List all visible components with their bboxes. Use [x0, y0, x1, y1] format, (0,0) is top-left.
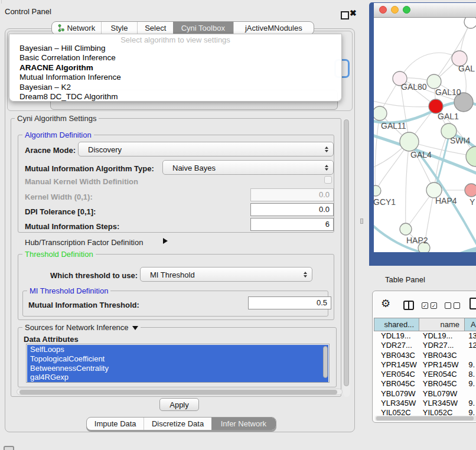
mi-threshold-definition-title: MI Threshold Definition — [27, 286, 110, 295]
network-node-label: Y — [470, 197, 475, 207]
data-attribute-item[interactable]: SelfLoops — [27, 345, 328, 354]
apply-button[interactable]: Apply — [159, 398, 199, 411]
table-row[interactable]: YER054CYER054C8. — [374, 370, 476, 379]
minimize-window-icon[interactable] — [391, 6, 399, 14]
algorithm-option[interactable]: Mutual Information Inference — [11, 73, 340, 82]
network-node[interactable] — [466, 146, 476, 167]
tab-infer-network[interactable]: Infer Network — [211, 418, 276, 430]
table-cell: YIL052C — [374, 408, 419, 415]
table-cell: YER054C — [419, 370, 464, 379]
network-node[interactable] — [400, 132, 419, 151]
zoom-window-icon[interactable] — [403, 6, 410, 14]
table-row[interactable]: YDR27...YDR27...12 — [374, 341, 476, 350]
column-header-partial[interactable]: A — [465, 318, 476, 331]
network-node[interactable] — [465, 184, 476, 197]
data-attribute-item[interactable]: BetweennessCentrality — [27, 364, 328, 373]
network-node[interactable] — [374, 106, 387, 120]
table-row[interactable]: YLR345WYLR345W9. — [374, 399, 476, 408]
bottom-corner-grip[interactable] — [4, 446, 14, 450]
which-threshold-combobox[interactable]: MI Threshold — [140, 267, 312, 282]
column-header-shared-name[interactable]: shared... — [374, 318, 419, 331]
table-cell — [463, 351, 476, 360]
mi-steps-field[interactable]: 6 — [250, 218, 334, 231]
table-cell: 8. — [463, 370, 476, 379]
algorithm-option[interactable]: Dream8 DC_TDC Algorithm — [11, 92, 340, 102]
table-body[interactable]: YDL19...YDL19...13YDR27...YDR27...12YBR0… — [374, 331, 476, 415]
tab-jactivemnodules[interactable]: jActiveMNodules — [233, 22, 314, 34]
network-node[interactable] — [464, 18, 476, 28]
network-node[interactable] — [400, 223, 412, 235]
list-scrollbar-thumb[interactable] — [323, 346, 328, 378]
mi-threshold-field[interactable]: 0.5 — [248, 296, 331, 309]
table-row[interactable]: YBL079WYBL079W — [374, 389, 476, 399]
tab-impute-data[interactable]: Impute Data — [87, 418, 144, 430]
table-cell: YLR345W — [374, 399, 419, 408]
kernel-width-field[interactable]: 0.0 — [250, 188, 334, 201]
network-node-label: HAP4 — [435, 196, 457, 206]
table-row[interactable]: YIL052CYIL052C9. — [374, 408, 476, 415]
data-attribute-item[interactable]: TopologicalCoefficient — [27, 354, 328, 364]
network-graph[interactable]: GALGAL80GAL10GAL1GAL11SWI4GAL4GCY1HAP4YH… — [374, 18, 476, 252]
close-panel-icon[interactable]: ✖ — [350, 8, 357, 18]
table-row[interactable]: YBR043CYBR043C — [374, 351, 476, 360]
table-cell: YBL079W — [374, 389, 419, 399]
table-cell: 12 — [463, 341, 476, 350]
algorithm-option[interactable]: ARACNE Algorithm — [11, 63, 340, 73]
expand-arrow-icon[interactable] — [163, 238, 168, 244]
table-cell: 9. — [463, 399, 476, 408]
table-cell: YIL052C — [419, 408, 464, 415]
deselect-all-columns-icon[interactable] — [445, 302, 460, 309]
mi-threshold-label: Mutual Information Threshold: — [28, 301, 139, 309]
network-edge-highlighted[interactable] — [457, 249, 476, 252]
table-cell: YBR045C — [419, 379, 464, 389]
network-edge[interactable] — [375, 113, 380, 191]
algorithm-dropdown[interactable]: Select algorithm to view settings Bayesi… — [9, 34, 342, 102]
app-root: Control Panel ✖ Network Style Select Cyn… — [0, 0, 476, 450]
tab-cyni-toolbox[interactable]: Cyni Toolbox — [173, 22, 233, 34]
table-horizontal-scrollbar[interactable] — [375, 416, 476, 421]
table-row[interactable]: YBR045CYBR045C9. — [374, 379, 476, 389]
split-columns-icon[interactable] — [403, 301, 414, 310]
table-cell: YBL079W — [419, 389, 464, 399]
select-all-columns-icon[interactable]: ✓✓ — [422, 302, 437, 309]
network-node[interactable] — [427, 74, 441, 89]
column-header-name[interactable]: name — [419, 318, 465, 331]
close-window-icon[interactable] — [379, 6, 387, 14]
data-attribute-item[interactable]: gal4RGexp — [27, 373, 328, 382]
network-edge[interactable] — [406, 142, 409, 229]
tab-network-label: Network — [67, 24, 95, 32]
network-canvas[interactable]: GALGAL80GAL10GAL1GAL11SWI4GAL4GCY1HAP4YH… — [374, 18, 476, 252]
manual-kernel-width-checkbox[interactable] — [324, 176, 332, 184]
which-threshold-label: Which threshold to use: — [50, 271, 138, 280]
settings-vertical-scrollbar-thumb[interactable] — [344, 119, 349, 386]
panel-splitter-grip[interactable] — [360, 219, 363, 224]
network-edge[interactable] — [374, 100, 436, 107]
float-window-icon[interactable] — [341, 11, 349, 19]
tab-discretize-data[interactable]: Discretize Data — [144, 418, 211, 430]
cyni-settings-group-title: Cyni Algorithm Settings — [15, 114, 99, 123]
collapse-arrow-icon[interactable] — [132, 326, 138, 330]
algorithm-option[interactable]: Bayesian – Hill Climbing — [11, 44, 340, 53]
table-horizontal-scrollbar-thumb[interactable] — [376, 416, 474, 420]
tab-select[interactable]: Select — [137, 22, 173, 34]
dropdown-placeholder: Select algorithm to view settings — [9, 35, 341, 44]
data-attributes-list[interactable]: SelfLoopsTopologicalCoefficientBetweenne… — [26, 344, 330, 383]
settings-horizontal-scrollbar-thumb[interactable] — [19, 390, 337, 394]
mi-algorithm-type-combobox[interactable]: Naive Bayes — [162, 160, 334, 175]
tab-style[interactable]: Style — [101, 22, 138, 34]
table-settings-gear-icon[interactable]: ⚙ — [381, 298, 390, 309]
table-cell: YDR27... — [374, 341, 419, 350]
tab-network[interactable]: Network — [52, 22, 101, 34]
algorithm-option[interactable]: Basic Correlation Inference — [11, 53, 340, 63]
network-node[interactable] — [374, 185, 381, 196]
table-row[interactable]: YPR145WYPR145W9. — [374, 360, 476, 370]
algorithm-option[interactable]: Bayesian – K2 — [11, 83, 340, 92]
dpi-tolerance-field[interactable]: 0.0 — [250, 203, 334, 216]
network-window-titlebar[interactable] — [374, 3, 476, 18]
table-row[interactable]: YDL19...YDL19...13 — [374, 331, 476, 341]
aracne-mode-value: Discovery — [88, 145, 122, 154]
network-window: GALGAL80GAL10GAL1GAL11SWI4GAL4GCY1HAP4YH… — [369, 2, 476, 266]
export-table-icon[interactable] — [470, 298, 476, 309]
aracne-mode-combobox[interactable]: Discovery — [78, 142, 334, 156]
network-edge[interactable] — [400, 53, 459, 79]
